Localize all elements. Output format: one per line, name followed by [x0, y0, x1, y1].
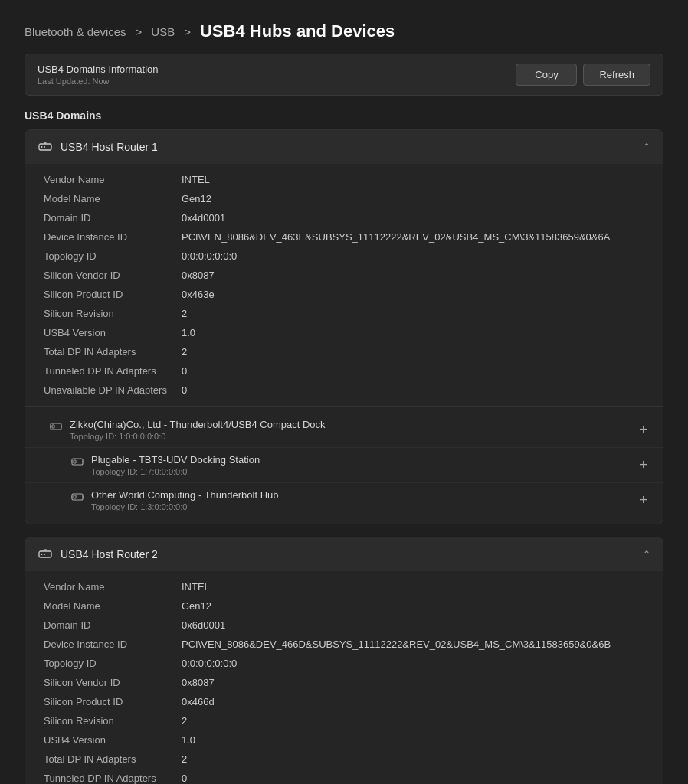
- svg-point-19: [44, 554, 45, 555]
- svg-rect-10: [74, 460, 76, 463]
- breadcrumb-parent1[interactable]: Bluetooth & devices: [25, 25, 126, 38]
- info-bar: USB4 Domains Information Last Updated: N…: [25, 54, 663, 96]
- detail-row: Model Name Gen12: [25, 596, 663, 616]
- info-bar-buttons: Copy Refresh: [516, 64, 650, 86]
- svg-point-1: [41, 146, 43, 148]
- router-2-header[interactable]: USB4 Host Router 2 ⌃: [25, 537, 663, 571]
- detail-label: Silicon Product ID: [44, 289, 182, 300]
- device-name: Plugable - TBT3-UDV Docking Station: [91, 454, 260, 466]
- device-topology: Topology ID: 1:3:0:0:0:0:0: [91, 502, 278, 511]
- detail-label: Total DP IN Adapters: [44, 346, 182, 358]
- detail-value: 2: [182, 715, 187, 727]
- breadcrumb-parent2[interactable]: USB: [151, 25, 175, 38]
- detail-value: 0:0:0:0:0:0:0: [182, 658, 237, 669]
- detail-value: 0x6d0001: [182, 619, 225, 631]
- detail-row: Topology ID 0:0:0:0:0:0:0: [25, 654, 663, 673]
- detail-row: Domain ID 0x6d0001: [25, 616, 663, 635]
- device-item: Other World Computing - Thunderbolt Hub …: [25, 483, 663, 518]
- detail-label: Unavailable DP IN Adapters: [44, 384, 182, 396]
- copy-button[interactable]: Copy: [516, 64, 577, 86]
- info-bar-text: USB4 Domains Information Last Updated: N…: [38, 64, 159, 86]
- detail-value: 0: [182, 773, 187, 784]
- router-icon: [38, 547, 53, 562]
- chevron-up-icon: ⌃: [643, 142, 650, 152]
- router-1-header[interactable]: USB4 Host Router 1 ⌃: [25, 130, 663, 164]
- detail-value: 0x463e: [182, 289, 215, 300]
- detail-row: Device Instance ID PCI\VEN_8086&DEV_466D…: [25, 635, 663, 654]
- expand-device-button[interactable]: +: [636, 422, 650, 438]
- detail-value: 0x8087: [182, 270, 215, 281]
- detail-row: Tunneled DP IN Adapters 0: [25, 361, 663, 381]
- detail-row: USB4 Version 1.0: [25, 730, 663, 750]
- detail-value: Gen12: [182, 193, 211, 204]
- device-topology: Topology ID: 1:0:0:0:0:0:0: [70, 432, 326, 441]
- detail-label: Model Name: [44, 193, 182, 204]
- device-item: Plugable - TBT3-UDV Docking Station Topo…: [25, 448, 663, 483]
- detail-row: Total DP IN Adapters 2: [25, 342, 663, 361]
- device-icon: [71, 491, 84, 505]
- detail-row: Silicon Vendor ID 0x8087: [25, 266, 663, 285]
- router-2: USB4 Host Router 2 ⌃ Vendor Name INTEL M…: [25, 537, 663, 784]
- detail-label: Vendor Name: [44, 174, 182, 185]
- expand-device-button[interactable]: +: [636, 457, 650, 473]
- svg-rect-14: [74, 495, 76, 498]
- info-bar-subtitle: Last Updated: Now: [38, 77, 159, 86]
- device-item-left: Plugable - TBT3-UDV Docking Station Topo…: [71, 454, 260, 476]
- device-icon: [71, 456, 84, 470]
- detail-value: 0: [182, 365, 187, 377]
- detail-label: Domain ID: [44, 212, 182, 224]
- detail-value: INTEL: [182, 174, 210, 185]
- detail-row: Vendor Name INTEL: [25, 170, 663, 189]
- detail-value: 1.0: [182, 734, 195, 746]
- svg-rect-6: [52, 425, 54, 428]
- device-icon: [50, 420, 62, 435]
- device-item-left: Other World Computing - Thunderbolt Hub …: [71, 489, 278, 511]
- section-title: USB4 Domains: [0, 96, 688, 129]
- device-info: Other World Computing - Thunderbolt Hub …: [91, 489, 278, 511]
- detail-label: Tunneled DP IN Adapters: [44, 365, 182, 377]
- detail-row: Silicon Vendor ID 0x8087: [25, 673, 663, 692]
- detail-label: Domain ID: [44, 619, 182, 631]
- router-name: USB4 Host Router 2: [61, 548, 158, 560]
- device-name: Other World Computing - Thunderbolt Hub: [91, 489, 278, 501]
- detail-value: PCI\VEN_8086&DEV_466D&SUBSYS_11112222&RE…: [182, 639, 611, 650]
- refresh-button[interactable]: Refresh: [583, 64, 650, 86]
- detail-row: Silicon Product ID 0x466d: [25, 692, 663, 711]
- detail-value: PCI\VEN_8086&DEV_463E&SUBSYS_11112222&RE…: [182, 231, 610, 243]
- breadcrumb: Bluetooth & devices > USB > USB4 Hubs an…: [0, 0, 688, 54]
- detail-value: 0x4d0001: [182, 212, 225, 224]
- device-item-left: Zikko(China)Co., Ltd - Thunderbolt4/USB4…: [50, 419, 326, 441]
- detail-row: Domain ID 0x4d0001: [25, 208, 663, 227]
- router-icon: [38, 139, 53, 155]
- detail-row: Tunneled DP IN Adapters 0: [25, 769, 663, 784]
- page-title: USB4 Hubs and Devices: [200, 21, 395, 41]
- detail-value: 0: [182, 384, 187, 396]
- svg-point-18: [41, 554, 43, 555]
- detail-row: Silicon Product ID 0x463e: [25, 285, 663, 304]
- detail-label: USB4 Version: [44, 734, 182, 746]
- detail-label: Silicon Vendor ID: [44, 677, 182, 688]
- detail-row: Device Instance ID PCI\VEN_8086&DEV_463E…: [25, 227, 663, 247]
- detail-row: Silicon Revision 2: [25, 304, 663, 323]
- device-info: Zikko(China)Co., Ltd - Thunderbolt4/USB4…: [70, 419, 326, 441]
- detail-row: Vendor Name INTEL: [25, 577, 663, 596]
- detail-label: Silicon Revision: [44, 715, 182, 727]
- detail-label: Total DP IN Adapters: [44, 753, 182, 765]
- detail-row: Silicon Revision 2: [25, 711, 663, 730]
- detail-label: Topology ID: [44, 658, 182, 669]
- info-bar-title: USB4 Domains Information: [38, 64, 159, 75]
- detail-label: Device Instance ID: [44, 639, 182, 650]
- detail-value: 0x8087: [182, 677, 215, 688]
- device-name: Zikko(China)Co., Ltd - Thunderbolt4/USB4…: [70, 419, 326, 430]
- detail-value: 2: [182, 308, 187, 319]
- breadcrumb-sep1: >: [136, 25, 143, 38]
- router-1: USB4 Host Router 1 ⌃ Vendor Name INTEL M…: [25, 129, 663, 524]
- expand-device-button[interactable]: +: [636, 492, 650, 508]
- device-info: Plugable - TBT3-UDV Docking Station Topo…: [91, 454, 260, 476]
- router-2-details: Vendor Name INTEL Model Name Gen12 Domai…: [25, 571, 663, 784]
- detail-label: Vendor Name: [44, 581, 182, 593]
- router-header-left: USB4 Host Router 2: [38, 547, 158, 562]
- detail-value: 2: [182, 346, 187, 358]
- detail-value: 0x466d: [182, 696, 215, 707]
- detail-label: Device Instance ID: [44, 231, 182, 243]
